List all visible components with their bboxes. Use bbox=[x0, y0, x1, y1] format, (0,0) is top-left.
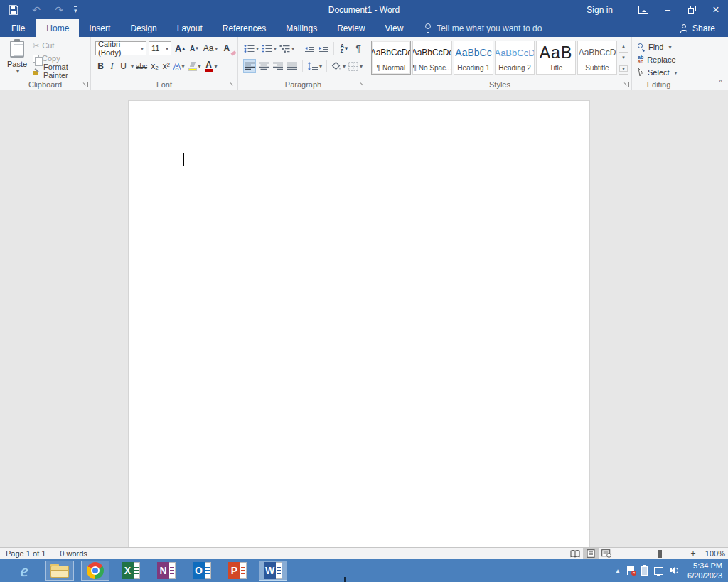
show-hide-pilcrow-button[interactable]: ¶ bbox=[352, 41, 365, 55]
tab-mailings[interactable]: Mailings bbox=[276, 19, 327, 37]
undo-icon[interactable]: ↶ bbox=[28, 2, 44, 18]
close-button[interactable]: × bbox=[704, 0, 728, 19]
format-painter-button[interactable]: Format Painter bbox=[33, 66, 90, 76]
underline-dropdown-icon[interactable]: ▾ bbox=[131, 63, 134, 70]
find-button[interactable]: Find ▾ bbox=[638, 41, 671, 53]
sign-in-button[interactable]: Sign in bbox=[587, 5, 613, 15]
highlight-color-button[interactable]: ▾ bbox=[187, 59, 203, 73]
clear-formatting-button[interactable]: A bbox=[221, 41, 232, 55]
font-color-button[interactable]: A ▾ bbox=[203, 59, 219, 73]
borders-button[interactable]: ▾ bbox=[348, 59, 363, 73]
cut-button[interactable]: ✂ Cut bbox=[33, 41, 90, 50]
tab-design[interactable]: Design bbox=[120, 19, 166, 37]
collapse-ribbon-icon[interactable]: ^ bbox=[719, 79, 722, 87]
multilevel-list-button[interactable]: ▾ bbox=[279, 41, 295, 55]
document-page[interactable] bbox=[128, 100, 590, 547]
decrease-indent-button[interactable] bbox=[303, 41, 316, 55]
tab-home[interactable]: Home bbox=[36, 19, 79, 37]
bullets-button[interactable]: ▾ bbox=[243, 41, 259, 55]
tab-layout[interactable]: Layout bbox=[167, 19, 213, 37]
taskbar-file-explorer-icon[interactable] bbox=[46, 561, 74, 581]
sort-button[interactable]: AZ ▾ bbox=[338, 41, 350, 55]
font-size-combobox[interactable]: 11 ▾ bbox=[149, 41, 171, 55]
restore-button[interactable] bbox=[680, 0, 704, 19]
tab-references[interactable]: References bbox=[213, 19, 276, 37]
web-layout-button[interactable] bbox=[599, 548, 614, 559]
taskbar-clock[interactable]: 5:34 PM 6/20/2023 bbox=[687, 561, 722, 581]
zoom-out-button[interactable]: – bbox=[621, 549, 631, 559]
superscript-button[interactable]: x² bbox=[161, 59, 171, 73]
document-area[interactable] bbox=[0, 90, 728, 547]
line-spacing-button[interactable]: ▾ bbox=[306, 59, 323, 73]
underline-button[interactable]: U bbox=[118, 59, 129, 73]
print-layout-button[interactable] bbox=[583, 548, 599, 559]
speaker-icon[interactable] bbox=[670, 566, 678, 575]
numbering-button[interactable]: ▾ bbox=[261, 41, 277, 55]
shading-button[interactable]: ▾ bbox=[331, 59, 346, 73]
page-count-indicator[interactable]: Page 1 of 1 bbox=[6, 549, 46, 558]
increase-indent-button[interactable] bbox=[317, 41, 330, 55]
tab-view[interactable]: View bbox=[375, 19, 414, 37]
zoom-in-button[interactable]: + bbox=[688, 549, 698, 559]
redo-icon[interactable]: ↷ bbox=[51, 2, 67, 18]
zoom-level-indicator[interactable]: 100% bbox=[701, 549, 725, 558]
font-name-dropdown-icon[interactable]: ▾ bbox=[141, 45, 144, 52]
style-no-spacing[interactable]: AaBbCcDc ¶ No Spac... bbox=[412, 41, 452, 75]
select-dropdown-icon[interactable]: ▾ bbox=[675, 70, 678, 76]
align-left-button[interactable] bbox=[243, 59, 256, 73]
minimize-button[interactable]: – bbox=[655, 0, 680, 19]
taskbar-onenote-icon[interactable]: N bbox=[152, 561, 181, 581]
style-heading-2[interactable]: AaBbCcD Heading 2 bbox=[495, 41, 535, 75]
taskbar-powerpoint-icon[interactable]: P bbox=[223, 561, 252, 581]
action-center-flag-icon[interactable]: × bbox=[627, 566, 635, 575]
text-effects-button[interactable]: A▾ bbox=[172, 59, 186, 73]
read-mode-button[interactable] bbox=[567, 548, 583, 559]
style-title[interactable]: AaB Title bbox=[536, 41, 576, 75]
style-subtitle[interactable]: AaBbCcD Subtitle bbox=[577, 41, 617, 75]
zoom-slider-track[interactable] bbox=[633, 554, 687, 554]
paragraph-dialog-launcher-icon[interactable] bbox=[360, 82, 365, 87]
styles-scroll-up-icon[interactable]: ▴ bbox=[619, 41, 628, 53]
strikethrough-button[interactable]: abc bbox=[134, 59, 149, 73]
styles-gallery-more-icon[interactable]: ▾ bbox=[619, 63, 628, 75]
change-case-button[interactable]: Aa▾ bbox=[202, 41, 220, 55]
align-right-button[interactable] bbox=[272, 59, 284, 73]
select-button[interactable]: Select ▾ bbox=[638, 67, 678, 78]
battery-icon[interactable] bbox=[641, 566, 648, 576]
customize-quick-access-icon[interactable]: ▾ bbox=[74, 6, 77, 14]
taskbar-outlook-icon[interactable]: O bbox=[188, 561, 216, 581]
font-size-dropdown-icon[interactable]: ▾ bbox=[166, 45, 168, 52]
font-name-combobox[interactable]: Calibri (Body) ▾ bbox=[95, 41, 146, 55]
style-heading-1[interactable]: AaBbCc Heading 1 bbox=[454, 41, 493, 75]
taskbar-chrome-icon[interactable] bbox=[81, 561, 109, 581]
replace-button[interactable]: abac Replace bbox=[638, 54, 676, 65]
share-button[interactable]: Share bbox=[680, 19, 728, 37]
show-hidden-icons-icon[interactable]: ▲ bbox=[615, 568, 621, 574]
align-center-button[interactable] bbox=[257, 59, 270, 73]
justify-button[interactable] bbox=[286, 59, 299, 73]
tab-review[interactable]: Review bbox=[327, 19, 375, 37]
subscript-button[interactable]: x₂ bbox=[149, 59, 160, 73]
font-dialog-launcher-icon[interactable] bbox=[230, 82, 235, 87]
styles-scroll-down-icon[interactable]: ▾ bbox=[619, 53, 628, 64]
tell-me-box[interactable]: Tell me what you want to do bbox=[424, 19, 542, 37]
italic-button[interactable]: I bbox=[107, 59, 117, 73]
taskbar-excel-icon[interactable]: X bbox=[117, 561, 145, 581]
copy-button[interactable]: Copy bbox=[33, 53, 90, 63]
paste-dropdown-icon[interactable]: ▾ bbox=[16, 68, 19, 75]
taskbar-word-icon[interactable]: W bbox=[259, 561, 287, 581]
styles-dialog-launcher-icon[interactable] bbox=[623, 82, 629, 87]
style-normal[interactable]: AaBbCcDc ¶ Normal bbox=[371, 41, 411, 75]
bold-button[interactable]: B bbox=[95, 59, 106, 73]
tab-file[interactable]: File bbox=[0, 19, 36, 37]
network-icon[interactable] bbox=[654, 567, 663, 575]
shrink-font-button[interactable]: A▾ bbox=[188, 41, 200, 55]
save-icon[interactable] bbox=[6, 2, 21, 18]
ribbon-display-options-icon[interactable] bbox=[631, 0, 655, 19]
grow-font-button[interactable]: A▴ bbox=[173, 41, 186, 55]
zoom-slider-thumb[interactable] bbox=[658, 550, 662, 558]
word-count-indicator[interactable]: 0 words bbox=[60, 549, 87, 558]
tab-insert[interactable]: Insert bbox=[79, 19, 120, 37]
paste-button[interactable]: Paste ▾ bbox=[4, 40, 30, 81]
find-dropdown-icon[interactable]: ▾ bbox=[668, 44, 671, 50]
